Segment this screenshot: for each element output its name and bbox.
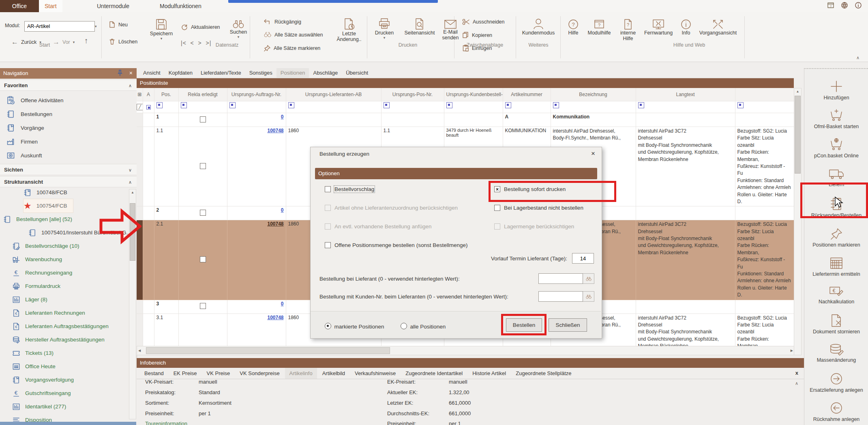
new-button[interactable]: Neu (109, 21, 128, 28)
scroll-right-icon[interactable]: ▶ (791, 348, 793, 354)
radio-alle-positionen[interactable]: alle Positionen (401, 323, 446, 330)
chevron-up-icon[interactable]: ∧ (795, 381, 798, 386)
radio-markierte-positionen[interactable]: markierte Positionen (325, 323, 384, 330)
process-view-button[interactable]: Vorgangsansicht (696, 19, 740, 36)
tab-uebersicht[interactable]: Übersicht (342, 68, 372, 78)
checkbox-bestellvorschlag[interactable]: Bestellvorschlag (325, 186, 374, 192)
tree-item-lieferanten-rechnungen[interactable]: €Lieferanten Rechnungen (12, 306, 85, 320)
grid-vscrollbar-thumb[interactable] (795, 96, 801, 174)
tab-sonstiges[interactable]: Sonstiges (245, 68, 276, 78)
tree-item-laeger[interactable]: Läger (8) (12, 293, 47, 306)
schliessen-button[interactable]: Schließen (549, 318, 587, 332)
grid-vertical-scrollbar[interactable]: ▲ (794, 88, 802, 355)
copy-button[interactable]: Kopieren (462, 32, 492, 39)
tree-item-vorgangsverfolgung[interactable]: Vorgangsverfolgung (12, 373, 74, 386)
info-tab-vk-preise[interactable]: VK Preise (202, 368, 235, 379)
customer-mode-button[interactable]: Kundenmodus (520, 18, 557, 36)
tab-positionen[interactable]: Positionen (276, 68, 309, 78)
lieferant-lookup-button[interactable] (583, 273, 594, 284)
info-tab-bestand[interactable]: Bestand (140, 368, 168, 379)
column-header-kundenbestell[interactable]: Ursprungs-Kundenbestell-Nr. (444, 88, 503, 101)
rekla-checkbox[interactable] (200, 303, 206, 309)
sidebar-item-bestellungen[interactable]: Bestellungen (6, 107, 52, 121)
globe-icon[interactable] (840, 2, 849, 11)
about-button[interactable]: Info (677, 19, 695, 36)
grid-row-group-1[interactable]: 1 0 A Kommunikation (137, 113, 794, 127)
rekla-checkbox[interactable] (200, 163, 206, 169)
clear-filter-icon[interactable]: ╱ (137, 104, 143, 110)
delete-button[interactable]: Löschen (109, 38, 137, 45)
sidebar-item-vorgaenge[interactable]: Vorgänge (6, 121, 44, 135)
tree-item-rechnungseingang[interactable]: €Rechnungseingang (12, 266, 72, 279)
tree-item-tickets[interactable]: Tickets (13) (12, 346, 54, 360)
action-ersatzlieferung[interactable]: Ersatzlieferung anlegen (804, 371, 868, 393)
modul-combobox-input[interactable] (25, 24, 95, 29)
column-header-lieferanten-ab[interactable]: Ursprungs-Lieferanten-AB (286, 88, 381, 101)
checkbox-icon[interactable] (325, 186, 331, 192)
cut-button[interactable]: Ausschneiden (462, 19, 505, 25)
filter-icon[interactable] (446, 102, 452, 108)
filter-icon[interactable] (737, 102, 744, 108)
rekla-checkbox[interactable] (200, 116, 206, 122)
tree-item-100754-fcb[interactable]: ★100754/FCB (24, 199, 73, 212)
info-tab-vk-sonderpreise[interactable]: VK Sonderpreise (235, 368, 284, 379)
tab-kopfdaten[interactable]: Kopfdaten (165, 68, 197, 78)
tree-item-100748-fcb[interactable]: 100748/FCB (24, 186, 67, 199)
print-button[interactable]: Drucken▾ (372, 18, 396, 40)
tab-lieferdaten-texte[interactable]: Lieferdaten/Texte (197, 68, 245, 78)
info-tab-artikelinfo[interactable]: Artikelinfo (285, 368, 317, 379)
auftrag-link[interactable]: 0 (281, 301, 284, 307)
info-icon[interactable] (854, 2, 863, 11)
tree-item-office-heute[interactable]: Office Heute (12, 360, 56, 373)
auftrag-link[interactable]: 100748 (267, 128, 283, 133)
last-change-button[interactable]: LetzteÄnderung.. (336, 18, 362, 43)
tab-untermodule[interactable]: Untermodule (91, 0, 135, 12)
column-header-pos[interactable]: Pos. (154, 88, 178, 101)
action-massenaenderung[interactable]: Massenänderung (804, 343, 868, 363)
tree-item-identartikel[interactable]: Identartikel (277) (12, 400, 66, 413)
print-preview-button[interactable]: Seitenansicht (399, 18, 440, 36)
section-strukturansicht[interactable]: Strukturansicht∧ (0, 176, 137, 187)
kundennr-input[interactable] (538, 291, 583, 302)
internal-help-button[interactable]: ?interneHilfe (616, 19, 640, 42)
rekla-checkbox[interactable] (200, 256, 206, 262)
filter-icon[interactable] (288, 102, 294, 108)
grid-hscrollbar-thumb[interactable] (146, 347, 390, 354)
action-positionen-markieren[interactable]: Positionen markieren (804, 227, 868, 248)
refresh-button[interactable]: Aktualisieren (181, 24, 220, 31)
column-header-auftrag[interactable]: Ursprungs-Auftrags-Nr. (227, 88, 286, 101)
tab-start[interactable]: Start (39, 0, 62, 12)
pin-icon[interactable] (117, 69, 123, 78)
column-header-bezeichnung[interactable]: Bezeichnung (551, 88, 636, 101)
checkbox-icon[interactable] (325, 242, 331, 248)
tree-item-hersteller-ab[interactable]: Hersteller Auftragsbestätigungen (12, 333, 105, 346)
action-hinzufuegen[interactable]: Hinzufügen (804, 79, 868, 101)
scroll-up-icon[interactable]: ▲ (794, 88, 801, 94)
select-all-records-button[interactable]: Alle Sätze auswählen (264, 32, 323, 38)
filter-icon[interactable] (505, 102, 511, 108)
column-header-rekla[interactable]: Rekla erledigt (178, 88, 227, 101)
vorlauf-input[interactable] (572, 253, 594, 264)
column-header-langtext[interactable]: Langtext (636, 88, 735, 101)
filter-icon[interactable] (229, 102, 236, 108)
info-tab-historie-artikel[interactable]: Historie Artikel (468, 368, 510, 379)
tab-abschlaege[interactable]: Abschläge (309, 68, 342, 78)
sidebar-item-firmen[interactable]: Firmen (6, 135, 38, 148)
section-sichten[interactable]: Sichten∨ (0, 164, 137, 175)
collapse-ribbon-icon[interactable]: ∧ (856, 55, 859, 60)
info-tab-artikelbild[interactable]: Artikelbild (318, 368, 349, 379)
module-help-button[interactable]: ?Modulhilfe (583, 19, 615, 36)
auftrag-link[interactable]: 0 (281, 207, 284, 213)
tree-item-lieferanten-ab[interactable]: €Lieferanten Auftragsbestätigungen (12, 320, 109, 333)
filter-icon[interactable] (181, 102, 187, 108)
section-favoriten[interactable]: Favoriten∧ (0, 79, 137, 91)
info-tab-ek-preise[interactable]: EK Preise (169, 368, 201, 379)
kundennr-lookup-button[interactable] (583, 291, 594, 302)
tree-item-formulardruck[interactable]: Formulardruck (12, 279, 60, 293)
tree-item-bestellvorschlaege[interactable]: Bestellvorschläge (10) (12, 239, 79, 253)
window-help-icon[interactable]: ? (826, 2, 835, 11)
filter-icon[interactable] (638, 102, 644, 108)
toureninformation-link[interactable]: Toureninformation (145, 421, 187, 425)
column-header-artikelnummer[interactable]: Artikelnummer (503, 88, 551, 101)
tab-office[interactable]: Office (0, 0, 39, 12)
